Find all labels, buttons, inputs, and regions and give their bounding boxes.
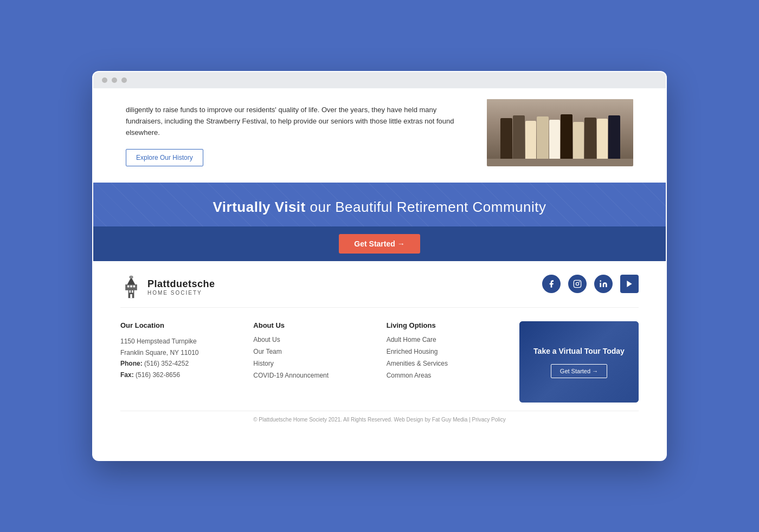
location-address: 1150 Hempstead Turnpike Franklin Square,… [120,336,242,380]
virtual-visit-title: Virtually Visit our Beautiful Retirement… [104,199,655,216]
footer-col-living: Living Options Adult Home Care Enriched … [387,321,509,403]
logo-icon [120,275,142,299]
covid-link[interactable]: COVID-19 Announcement [253,372,375,379]
explore-history-button[interactable]: Explore Our History [126,149,203,166]
svg-rect-3 [130,294,132,298]
facebook-icon[interactable] [542,275,561,293]
svg-rect-8 [133,286,136,288]
enriched-housing-link[interactable]: Enriched Housing [387,348,509,355]
social-icons [542,275,639,293]
svg-rect-5 [125,284,137,290]
linkedin-svg [599,280,608,288]
svg-point-13 [579,282,580,283]
about-title: About Us [253,321,375,329]
virtual-visit-banner: Virtually Visit our Beautiful Retirement… [93,183,666,261]
history-paragraph: diligently to raise funds to improve our… [126,105,471,138]
browser-dot-red [102,77,107,83]
browser-window: diligently to raise funds to improve our… [92,71,667,461]
history-section: diligently to raise funds to improve our… [93,88,666,183]
svg-rect-2 [132,290,133,293]
youtube-svg [625,280,634,288]
history-text: diligently to raise funds to improve our… [126,99,471,166]
get-started-outer: Get Started → [93,226,666,261]
virtual-tour-btn[interactable]: Get Started → [551,364,607,378]
logo-name: Plattduetsche [147,278,215,290]
get-started-button[interactable]: Get Started → [339,234,420,254]
footer-col-about: About Us About Us Our Team History COVID… [253,321,375,403]
virtual-tour-card[interactable]: Take a Virtual Tour Today Get Started → [519,321,639,403]
living-title: Living Options [387,321,509,329]
browser-content: diligently to raise funds to improve our… [93,88,666,460]
svg-rect-1 [129,290,131,293]
adult-home-care-link[interactable]: Adult Home Care [387,336,509,343]
youtube-icon[interactable] [620,275,639,293]
footer-bottom: © Plattduetsche Home Society 2021. All R… [120,411,639,423]
linkedin-icon[interactable] [594,275,613,293]
instagram-svg [573,280,582,288]
footer-columns: Our Location 1150 Hempstead Turnpike Fra… [120,321,639,403]
facebook-svg [547,280,556,288]
browser-dot-green [121,77,127,83]
history-link[interactable]: History [253,360,375,367]
virtual-tour-title: Take a Virtual Tour Today [533,346,625,357]
location-title: Our Location [120,321,242,329]
footer-section: Plattduetsche Home Society [93,261,666,460]
history-image-inner [487,99,633,159]
svg-rect-7 [130,286,132,288]
svg-rect-6 [127,286,130,288]
footer-top: Plattduetsche Home Society [120,275,639,308]
about-us-link[interactable]: About Us [253,336,375,343]
logo-subtitle: Home Society [147,290,215,296]
svg-rect-11 [574,281,581,288]
svg-point-12 [576,283,578,286]
virtual-tour-content: Take a Virtual Tour Today Get Started → [533,346,625,379]
logo-text-area: Plattduetsche Home Society [147,278,215,296]
our-team-link[interactable]: Our Team [253,348,375,355]
browser-chrome [93,72,666,88]
footer-col-location: Our Location 1150 Hempstead Turnpike Fra… [120,321,242,403]
copyright-text: © Plattduetsche Home Society 2021. All R… [253,417,506,423]
svg-marker-15 [627,281,632,287]
browser-dot-yellow [112,77,117,83]
svg-rect-10 [131,276,132,278]
amenities-link[interactable]: Amenities & Services [387,360,509,367]
svg-point-14 [600,281,601,282]
instagram-icon[interactable] [568,275,587,293]
common-areas-link[interactable]: Common Areas [387,372,509,379]
logo-area: Plattduetsche Home Society [120,275,215,299]
history-image [487,99,633,166]
